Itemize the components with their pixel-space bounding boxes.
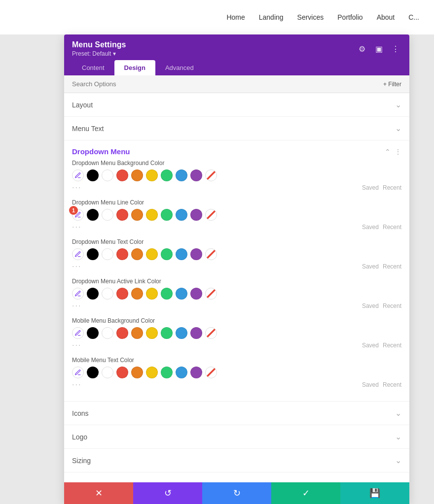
color-swatch-text_color-2[interactable] [102, 248, 113, 260]
color-swatch-active_link_color-8[interactable] [190, 288, 202, 300]
nav-more[interactable]: C... [408, 13, 419, 21]
color-swatch-mobile_text_color-5[interactable] [146, 367, 158, 378]
undo-button[interactable]: ↺ [133, 482, 202, 504]
saved-label-bg_color[interactable]: Saved [362, 184, 379, 191]
color-swatch-bg_color-5[interactable] [146, 169, 158, 181]
save-button[interactable]: 💾 [340, 482, 409, 504]
color-swatch-active_link_color-5[interactable] [146, 288, 158, 300]
color-swatch-line_color-6[interactable] [161, 209, 173, 221]
panel-preset[interactable]: Preset: Default ▾ [72, 50, 126, 57]
color-swatch-line_color-1[interactable] [87, 209, 99, 221]
saved-label-mobile_text_color[interactable]: Saved [362, 381, 379, 388]
slash-swatch-mobile_text_color[interactable] [205, 367, 217, 378]
color-swatch-mobile_bg_color-8[interactable] [190, 327, 202, 339]
color-swatch-line_color-8[interactable] [190, 209, 202, 221]
eyedropper-bg_color[interactable] [72, 169, 84, 181]
color-swatch-mobile_bg_color-7[interactable] [176, 327, 187, 339]
color-swatch-mobile_text_color-1[interactable] [87, 367, 99, 378]
tab-design[interactable]: Design [114, 60, 155, 75]
color-swatch-bg_color-2[interactable] [102, 169, 113, 181]
color-swatch-mobile_text_color-8[interactable] [190, 367, 202, 378]
tab-advanced[interactable]: Advanced [155, 60, 204, 75]
nav-services[interactable]: Services [297, 13, 324, 21]
color-swatch-mobile_bg_color-1[interactable] [87, 327, 99, 339]
color-swatch-bg_color-3[interactable] [116, 169, 128, 181]
color-swatch-line_color-7[interactable] [176, 209, 187, 221]
collapse-icon[interactable]: ⌃ [385, 148, 391, 156]
eyedropper-active_link_color[interactable] [72, 288, 84, 300]
saved-label-text_color[interactable]: Saved [362, 263, 379, 270]
saved-label-mobile_bg_color[interactable]: Saved [362, 342, 379, 349]
recent-label-active_link_color[interactable]: Recent [383, 302, 401, 309]
color-swatch-active_link_color-7[interactable] [176, 288, 187, 300]
slash-swatch-mobile_bg_color[interactable] [205, 327, 217, 339]
recent-label-line_color[interactable]: Recent [383, 224, 401, 231]
filter-button[interactable]: + Filter [383, 81, 401, 88]
slash-swatch-line_color[interactable] [205, 209, 217, 221]
section-icons[interactable]: Icons ⌄ [64, 402, 409, 425]
recent-label-text_color[interactable]: Recent [383, 263, 401, 270]
color-swatch-line_color-3[interactable] [116, 209, 128, 221]
color-swatch-line_color-2[interactable] [102, 209, 113, 221]
color-swatch-mobile_text_color-4[interactable] [131, 367, 143, 378]
more-dots-text_color[interactable]: ··· [72, 262, 81, 271]
nav-landing[interactable]: Landing [259, 13, 284, 21]
color-swatch-text_color-5[interactable] [146, 248, 158, 260]
color-swatch-text_color-8[interactable] [190, 248, 202, 260]
nav-about[interactable]: About [377, 13, 395, 21]
saved-label-line_color[interactable]: Saved [362, 224, 379, 231]
color-swatch-mobile_text_color-6[interactable] [161, 367, 173, 378]
section-layout[interactable]: Layout ⌄ [64, 93, 409, 117]
color-swatch-text_color-3[interactable] [116, 248, 128, 260]
color-swatch-bg_color-8[interactable] [190, 169, 202, 181]
search-input[interactable] [72, 80, 383, 88]
color-swatch-line_color-4[interactable] [131, 209, 143, 221]
recent-label-bg_color[interactable]: Recent [383, 184, 401, 191]
section-menu-text[interactable]: Menu Text ⌄ [64, 117, 409, 140]
nav-portfolio[interactable]: Portfolio [337, 13, 362, 21]
color-swatch-mobile_bg_color-4[interactable] [131, 327, 143, 339]
eyedropper-mobile_text_color[interactable] [72, 367, 84, 378]
more-dots-active_link_color[interactable]: ··· [72, 302, 81, 310]
tab-content[interactable]: Content [72, 60, 114, 75]
slash-swatch-active_link_color[interactable] [205, 288, 217, 300]
recent-label-mobile_bg_color[interactable]: Recent [383, 342, 401, 349]
settings-icon[interactable]: ⚙ [356, 43, 368, 55]
more-dots-line_color[interactable]: ··· [72, 223, 81, 232]
color-swatch-bg_color-6[interactable] [161, 169, 173, 181]
color-swatch-mobile_bg_color-2[interactable] [102, 327, 113, 339]
more-icon[interactable]: ⋮ [390, 43, 401, 55]
color-swatch-text_color-4[interactable] [131, 248, 143, 260]
color-swatch-mobile_text_color-7[interactable] [176, 367, 187, 378]
color-swatch-active_link_color-6[interactable] [161, 288, 173, 300]
color-swatch-mobile_bg_color-3[interactable] [116, 327, 128, 339]
section-sizing[interactable]: Sizing ⌄ [64, 449, 409, 472]
check-button[interactable]: ✓ [271, 482, 340, 504]
columns-icon[interactable]: ▣ [373, 43, 385, 55]
section-logo[interactable]: Logo ⌄ [64, 425, 409, 449]
color-swatch-mobile_bg_color-5[interactable] [146, 327, 158, 339]
color-swatch-mobile_bg_color-6[interactable] [161, 327, 173, 339]
color-swatch-mobile_text_color-2[interactable] [102, 367, 113, 378]
saved-label-active_link_color[interactable]: Saved [362, 302, 379, 309]
color-swatch-active_link_color-2[interactable] [102, 288, 113, 300]
color-swatch-text_color-7[interactable] [176, 248, 187, 260]
slash-swatch-bg_color[interactable] [205, 169, 217, 181]
color-swatch-active_link_color-1[interactable] [87, 288, 99, 300]
more-dots-bg_color[interactable]: ··· [72, 183, 81, 192]
cancel-button[interactable]: ✕ [64, 482, 133, 504]
more-dots-mobile_bg_color[interactable]: ··· [72, 341, 81, 350]
nav-home[interactable]: Home [226, 13, 245, 21]
color-swatch-text_color-1[interactable] [87, 248, 99, 260]
slash-swatch-text_color[interactable] [205, 248, 217, 260]
color-swatch-bg_color-1[interactable] [87, 169, 99, 181]
redo-button[interactable]: ↻ [202, 482, 271, 504]
color-swatch-line_color-5[interactable] [146, 209, 158, 221]
recent-label-mobile_text_color[interactable]: Recent [383, 381, 401, 388]
color-swatch-active_link_color-3[interactable] [116, 288, 128, 300]
color-swatch-active_link_color-4[interactable] [131, 288, 143, 300]
eyedropper-mobile_bg_color[interactable] [72, 327, 84, 339]
color-swatch-mobile_text_color-3[interactable] [116, 367, 128, 378]
color-swatch-text_color-6[interactable] [161, 248, 173, 260]
color-swatch-bg_color-7[interactable] [176, 169, 187, 181]
